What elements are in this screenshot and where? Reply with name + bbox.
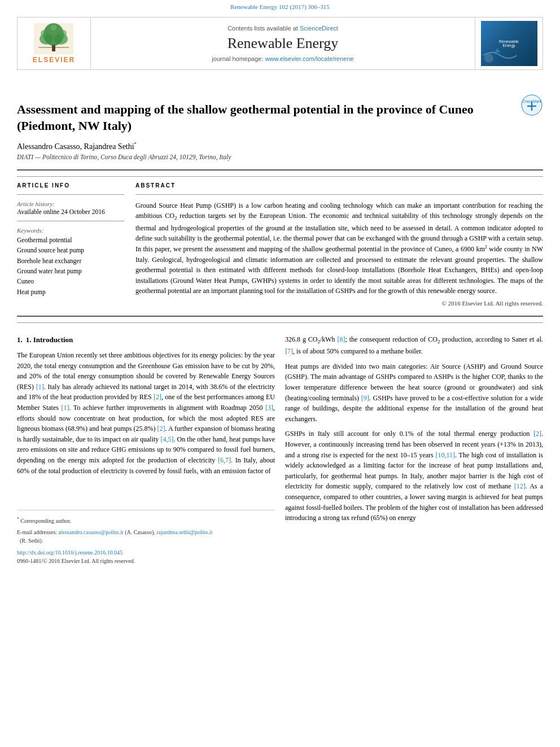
article-title: Assessment and mapping of the shallow ge… [17, 102, 515, 134]
body-columns: 1.1. Introduction The European Union rec… [17, 334, 543, 566]
available-online: Available online 24 October 2016 [17, 208, 124, 215]
elsevier-logo: ELSEVIER [33, 23, 75, 64]
email-link-1[interactable]: alessandro.casasso@polito.it [58, 529, 123, 535]
svg-point-7 [51, 25, 56, 30]
keyword-1: Geothermal potential [17, 235, 124, 245]
doi-link[interactable]: http://dx.doi.org/10.1016/j.renene.2016.… [17, 549, 123, 556]
body-left-col: 1.1. Introduction The European Union rec… [17, 334, 275, 566]
corresponding-star: * [134, 142, 137, 147]
homepage-line: journal homepage: www.elsevier.com/locat… [212, 55, 353, 62]
header-rule-thin [17, 176, 543, 177]
keyword-4: Ground water heat pump [17, 266, 124, 276]
page: Renewable Energy 102 (2017) 306–315 [0, 0, 560, 747]
email-link-2[interactable]: rajandrea.sethi@polito.it [156, 529, 212, 535]
introduction-heading: 1.1. Introduction [17, 334, 275, 346]
citation-text: Renewable Energy 102 (2017) 306–315 [230, 3, 330, 10]
body-rule-thick [17, 316, 543, 317]
body-right-col: 326.8 g CO2/kWh [8]; the consequent redu… [285, 334, 543, 566]
email2-name: (R. Sethi). [20, 538, 43, 544]
authors-text: Alessandro Casasso, Rajandrea Sethi [17, 142, 134, 151]
journal-citation-bar: Renewable Energy 102 (2017) 306–315 [0, 0, 560, 12]
elsevier-logo-area: ELSEVIER [18, 18, 91, 69]
journal-title: Renewable Energy [228, 35, 339, 52]
abstract-text: Ground Source Heat Pump (GSHP) is a low … [135, 200, 543, 296]
keyword-3: Borehole heat exchanger [17, 256, 124, 266]
journal-cover-image: RenewableEnergy [481, 21, 537, 66]
corresponding-note: * Corresponding author. [17, 516, 275, 525]
svg-point-6 [60, 30, 67, 37]
contents-line: Contents lists available at ScienceDirec… [228, 25, 338, 32]
affiliation-text: DIATI — Politecnico di Torino, Corso Duc… [17, 154, 543, 160]
keyword-2: Ground source heat pump [17, 245, 124, 255]
contents-label: Contents lists available at [228, 25, 298, 32]
body-rule-thin [17, 322, 543, 323]
intro-para-1: The European Union recently set three am… [17, 350, 275, 476]
elsevier-brand-text: ELSEVIER [33, 56, 75, 64]
article-info-row: ARTICLE INFO Article history: Available … [17, 182, 543, 307]
copyright-line: © 2016 Elsevier Ltd. All rights reserved… [135, 300, 543, 307]
elsevier-tree-svg [34, 23, 73, 54]
section-number: 1. [17, 335, 23, 344]
homepage-label: journal homepage: [212, 55, 263, 62]
abstract-area: ABSTRACT Ground Source Heat Pump (GSHP) … [135, 182, 543, 307]
issn-line: 0960-1481/© 2016 Elsevier Ltd. All right… [17, 557, 275, 566]
doi-line: http://dx.doi.org/10.1016/j.renene.2016.… [17, 548, 275, 557]
footnotes-area: * Corresponding author. E-mail addresses… [17, 510, 275, 565]
sciencedirect-link[interactable]: ScienceDirect [300, 25, 338, 32]
intro-para-cont: 326.8 g CO2/kWh [8]; the consequent redu… [285, 334, 543, 357]
section-title: 1. Introduction [26, 335, 73, 344]
main-content: Assessment and mapping of the shallow ge… [0, 70, 560, 566]
history-label: Article history: [17, 200, 124, 207]
keywords-group: Keywords: Geothermal potential Ground so… [17, 227, 124, 297]
abstract-rule [135, 194, 543, 195]
journal-header: ELSEVIER Contents lists available at Sci… [17, 17, 543, 70]
abstract-label: ABSTRACT [135, 182, 543, 189]
svg-rect-8 [38, 47, 69, 48]
keywords-list: Geothermal potential Ground source heat … [17, 235, 124, 297]
intro-para-3: GSHPs in Italy still account for only 0.… [285, 429, 543, 523]
info-rule-2 [17, 221, 124, 221]
homepage-url[interactable]: www.elsevier.com/locate/renene [265, 55, 354, 62]
article-info-label: ARTICLE INFO [17, 182, 124, 189]
article-info-left: ARTICLE INFO Article history: Available … [17, 182, 124, 307]
crossmark-badge: CrossMark [520, 94, 543, 116]
email1-name: (A. Casasso), [125, 529, 155, 535]
cover-decoration [483, 47, 517, 64]
svg-point-9 [484, 54, 493, 63]
journal-cover-area: RenewableEnergy [475, 18, 542, 69]
email-note: E-mail addresses: alessandro.casasso@pol… [17, 528, 275, 545]
elsevier-tree-graphic [34, 23, 73, 54]
journal-header-center: Contents lists available at ScienceDirec… [91, 18, 475, 69]
keywords-label: Keywords: [17, 227, 124, 234]
svg-point-5 [41, 30, 47, 37]
email-label: E-mail addresses: [17, 529, 57, 535]
authors-line: Alessandro Casasso, Rajandrea Sethi* [17, 142, 543, 151]
header-rule-thick [17, 169, 543, 171]
keyword-6: Heat pump [17, 287, 124, 297]
title-row: Assessment and mapping of the shallow ge… [17, 91, 543, 142]
article-history-group: Article history: Available online 24 Oct… [17, 200, 124, 215]
info-rule-1 [17, 194, 124, 195]
intro-para-2: Heat pumps are divided into two main cat… [285, 361, 543, 425]
keyword-5: Cuneo [17, 276, 124, 286]
